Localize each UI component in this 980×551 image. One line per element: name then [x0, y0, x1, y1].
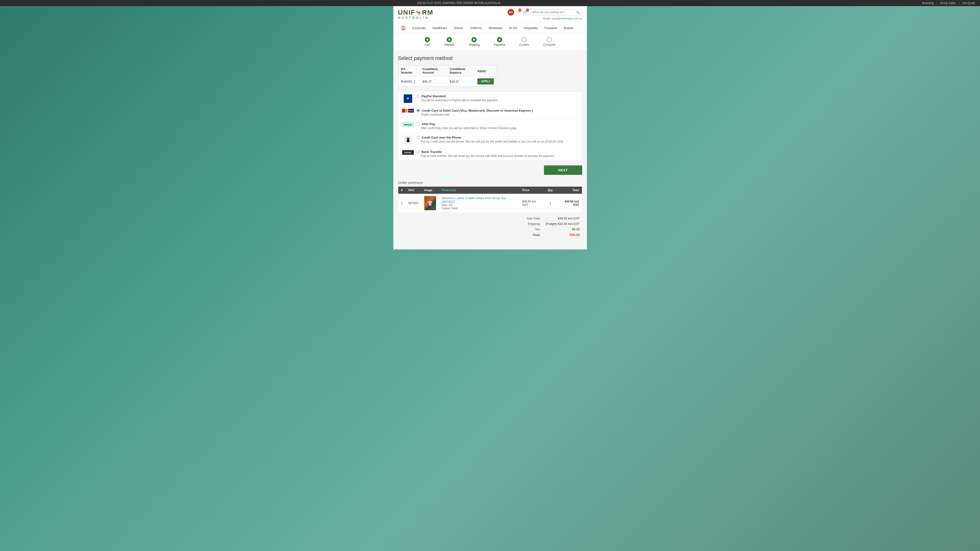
cart-icon[interactable]: 🛒 1: [523, 10, 528, 15]
credit-row: RA6050_1 $38.37 $38.37 APPLY: [398, 76, 497, 87]
subtotal-row: Sub-Total: $49.50 incl GST: [524, 216, 582, 221]
product-link[interactable]: Skechers Ladies Cuddle Kitties Print Scr…: [442, 196, 506, 203]
get-quote-link[interactable]: Get Quote: [962, 2, 975, 5]
bank-logo: EBANK: [402, 150, 414, 155]
credit-col-amount: CreditNote Amount: [420, 65, 447, 76]
logo-sub: AUSTRALIA: [398, 16, 433, 20]
col-sku: SKU: [406, 187, 421, 194]
order-row-sku: SKT021: [406, 194, 421, 213]
step-complete: Complete: [543, 37, 555, 46]
tax-row: Tax: $6.00: [524, 227, 582, 232]
credit-card-radio[interactable]: [417, 109, 420, 112]
credit-card-label[interactable]: Credit Card or Debit Card (Visa, Masterc…: [422, 109, 533, 112]
phone-label[interactable]: Credit Card over the Phone: [422, 136, 461, 139]
credit-ra-number: RA6050_1: [398, 76, 420, 87]
nav-hi-vis[interactable]: Hi Vis: [506, 23, 520, 33]
totals-section: Sub-Total: $49.50 incl GST Shipping: (Fr…: [398, 216, 582, 238]
subtotal-value: $49.50 incl GST: [543, 216, 582, 221]
email-line: Email: sales@uniformaus.com.au: [543, 17, 582, 20]
email-link[interactable]: sales@uniformaus.com.au: [551, 17, 582, 20]
paypal-radio[interactable]: [417, 95, 420, 98]
paypal-desc: You will be redirected to PayPal site to…: [421, 98, 578, 102]
step-confirm: Confirm: [519, 37, 529, 46]
order-row-num: 1: [398, 194, 406, 213]
col-price: Price: [519, 187, 545, 194]
top-bar: $16.50 FLAT RATE SHIPPING PER ORDER WITH…: [0, 0, 980, 6]
col-total: Total: [556, 187, 582, 194]
search-input[interactable]: [530, 10, 574, 15]
payment-option-credit-card: VISA Credit Card or Debit Card (Visa, Ma…: [398, 106, 582, 119]
phone-desc: Pay by Credit card over the phone. We ca…: [421, 140, 578, 143]
bank-label[interactable]: Bank Transfer: [422, 150, 442, 154]
step-complete-label: Complete: [543, 43, 555, 46]
payment-option-afterpay: afterpay After Pay After confirming orde…: [398, 119, 582, 133]
progress-bar: Cart Address Shipping Payment Confirm Co…: [393, 33, 587, 51]
next-btn-row: NEXT: [398, 165, 582, 175]
payment-option-paypal: P PayPal Standard You will be redirected…: [398, 92, 582, 106]
total-row: Total: $66.00: [524, 232, 582, 238]
col-hash: #: [398, 187, 406, 194]
paypal-logo: P: [402, 94, 414, 103]
group-sales-link[interactable]: Group Sales: [940, 2, 956, 5]
nav-school[interactable]: School: [450, 23, 466, 33]
step-shipping-label: Shipping: [469, 43, 480, 46]
logo-text: UNIF🦘RM: [398, 9, 433, 16]
step-address-label: Address: [444, 43, 455, 46]
nav-corporate[interactable]: Corporate: [409, 23, 429, 33]
home-nav-item[interactable]: 🏠: [398, 23, 409, 33]
credit-apply-cell: APPLY: [474, 76, 497, 87]
nav-workwear[interactable]: Workwear: [485, 23, 506, 33]
order-summary: Order summary # SKU Image Product(s) Pri…: [398, 181, 582, 238]
step-cart-circle: [425, 37, 430, 42]
shipping-message: $16.50 FLAT RATE SHIPPING PER ORDER WITH…: [417, 2, 501, 5]
mastercard-icon: [402, 109, 408, 113]
nav-brands[interactable]: Brands: [560, 23, 577, 33]
step-payment-circle: [497, 37, 502, 42]
nav-healthcare[interactable]: Healthcare: [429, 23, 450, 33]
content: Select payment method RA Number CreditNo…: [393, 51, 587, 242]
order-row-image: 👚: [422, 194, 439, 213]
header-icons: AN ♡ 1 🛒 1: [508, 9, 528, 16]
nav-hospitality[interactable]: Hospitality: [520, 23, 541, 33]
col-image: Image: [422, 187, 439, 194]
product-colour: Colour: Print: [442, 207, 517, 210]
nav-footwear[interactable]: Footwear: [541, 23, 560, 33]
step-shipping-circle: [471, 37, 477, 42]
navigation: 🏠 Corporate Healthcare School Uniforms W…: [393, 23, 587, 33]
step-address-circle: [447, 37, 452, 42]
bank-desc: Pay by bank transfer. We will email you …: [421, 154, 578, 158]
order-row-product: Skechers Ladies Cuddle Kitties Print Scr…: [439, 194, 520, 213]
paypal-label[interactable]: PayPal Standard: [422, 94, 446, 98]
step-confirm-label: Confirm: [519, 43, 529, 46]
totals-table: Sub-Total: $49.50 incl GST Shipping: (Fr…: [524, 216, 582, 238]
wishlist-icon[interactable]: ♡ 1: [517, 10, 520, 15]
order-row-total: $49.50 incl GST: [556, 194, 582, 213]
search-button[interactable]: 🔍: [574, 10, 582, 15]
afterpay-radio[interactable]: [417, 122, 420, 125]
step-shipping: Shipping: [469, 37, 480, 46]
kangaroo-icon: 🦘: [415, 10, 422, 16]
branding-link[interactable]: Branding: [923, 2, 934, 5]
total-value: $66.00: [543, 232, 582, 238]
nav-uniforms[interactable]: Uniforms: [466, 23, 485, 33]
shipping-row: Shipping: (Freight) $16.50 incl GST: [524, 221, 582, 227]
order-row-qty: 1: [545, 194, 556, 213]
afterpay-label[interactable]: After Pay: [422, 122, 435, 126]
avatar: AN: [508, 9, 514, 16]
afterpay-logo: afterpay: [402, 122, 414, 127]
col-products: Product(s): [439, 187, 520, 194]
bank-radio[interactable]: [417, 150, 420, 153]
phone-radio[interactable]: [417, 136, 420, 139]
tax-value: $6.00: [543, 227, 582, 232]
next-button[interactable]: NEXT: [544, 165, 582, 175]
shipping-label: Shipping:: [524, 221, 543, 227]
order-row-price: $49.50 incl GST: [519, 194, 545, 213]
credit-card-desc: Credit Card/Debit Card: [421, 113, 578, 116]
product-image: 👚: [424, 196, 436, 210]
credit-apply-button[interactable]: APPLY: [477, 78, 494, 84]
step-confirm-circle: [522, 37, 527, 42]
credit-note-table: RA Number CreditNote Amount CreditNote B…: [398, 65, 497, 87]
product-size: Size: XS: [442, 203, 517, 207]
tax-label: Tax:: [524, 227, 543, 232]
payment-methods: P PayPal Standard You will be redirected…: [398, 91, 582, 161]
